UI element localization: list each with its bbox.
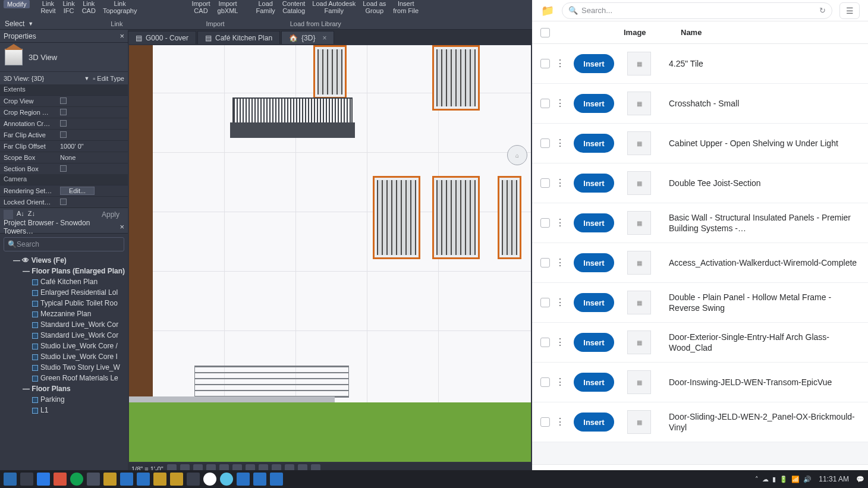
type-selector[interactable]: 3D View xyxy=(0,43,128,71)
row-menu-icon[interactable]: ⋮ xyxy=(555,340,565,345)
row-menu-icon[interactable]: ⋮ xyxy=(555,260,565,265)
volume-icon[interactable]: 🔊 xyxy=(803,476,812,483)
apply-button[interactable]: Apply xyxy=(102,210,119,219)
modify-button[interactable]: Modify xyxy=(0,0,33,8)
insert-button[interactable]: Insert xyxy=(574,174,614,193)
tray-icon[interactable]: ☁ xyxy=(762,476,769,483)
row-checkbox[interactable] xyxy=(540,258,550,267)
taskbar-app[interactable] xyxy=(137,473,150,486)
row-menu-icon[interactable]: ⋮ xyxy=(555,181,565,185)
row-checkbox[interactable] xyxy=(540,338,550,347)
browser-search[interactable]: 🔍 Search xyxy=(4,237,124,251)
taskbar-app[interactable] xyxy=(37,473,50,486)
tree-item[interactable]: Studio Two Story Live_W xyxy=(2,362,128,373)
tab-cafe-kitchen[interactable]: ▤ Café Kitchen Plan xyxy=(197,31,280,44)
content-catalog[interactable]: ContentCatalog xyxy=(279,0,309,14)
row-menu-icon[interactable]: ⋮ xyxy=(555,300,565,305)
tree-item[interactable]: Mezzanine Plan xyxy=(2,308,128,319)
filter-button[interactable]: ☰ xyxy=(839,2,860,19)
taskbar-app[interactable] xyxy=(87,473,100,486)
edit-type-button[interactable]: ▫ Edit Type xyxy=(93,75,124,82)
taskbar-app[interactable] xyxy=(170,473,183,486)
close-icon[interactable]: × xyxy=(119,32,124,40)
link-topography[interactable]: LinkTopography xyxy=(99,0,141,14)
row-checkbox[interactable] xyxy=(540,218,550,228)
insert-button[interactable]: Insert xyxy=(574,54,614,73)
taskbar-app[interactable] xyxy=(270,473,283,486)
link-ifc[interactable]: LinkIFC xyxy=(59,0,78,14)
taskbar-app[interactable] xyxy=(70,473,83,486)
taskbar-app[interactable] xyxy=(203,473,216,486)
insert-button[interactable]: Insert xyxy=(574,253,614,272)
import-gbxml[interactable]: ImportgbXML xyxy=(214,0,242,14)
select-all-checkbox[interactable] xyxy=(540,28,550,37)
tree-item[interactable]: Enlarged Residential Lol xyxy=(2,287,128,298)
far-clip-active-checkbox[interactable] xyxy=(60,131,67,138)
row-checkbox[interactable] xyxy=(540,59,550,68)
insert-button[interactable]: Insert xyxy=(574,134,614,153)
3d-canvas[interactable]: ⌂ xyxy=(129,45,531,462)
project-tree[interactable]: — 👁 Views (Fe) — Floor Plans (Enlarged P… xyxy=(0,255,128,475)
row-menu-icon[interactable]: ⋮ xyxy=(555,61,565,66)
insert-button[interactable]: Insert xyxy=(574,213,614,232)
row-checkbox[interactable] xyxy=(540,99,550,108)
tray-chevron-icon[interactable]: ˄ xyxy=(755,476,759,483)
task-view-icon[interactable] xyxy=(20,473,33,486)
tray-icon[interactable]: 🔋 xyxy=(779,476,788,483)
row-checkbox[interactable] xyxy=(540,298,550,307)
row-menu-icon[interactable]: ⋮ xyxy=(555,221,565,225)
tree-item[interactable]: Studio Live_Work Core I xyxy=(2,351,128,362)
row-menu-icon[interactable]: ⋮ xyxy=(555,420,565,424)
tree-item[interactable]: Green Roof Materials Le xyxy=(2,373,128,383)
clock[interactable]: 11:31 AM xyxy=(819,475,849,483)
row-checkbox[interactable] xyxy=(540,377,550,387)
taskbar-app[interactable] xyxy=(237,473,250,486)
row-checkbox[interactable] xyxy=(540,178,550,188)
insert-button[interactable]: Insert xyxy=(574,373,614,392)
sort-icon[interactable] xyxy=(4,210,13,219)
insert-button[interactable]: Insert xyxy=(574,333,614,352)
load-as-group[interactable]: Load asGroup xyxy=(359,0,389,14)
select-dropdown[interactable]: Select▼ Link Import Load from Library xyxy=(0,18,532,30)
tab-3d[interactable]: 🏠 {3D}× xyxy=(281,31,334,44)
taskbar-app[interactable] xyxy=(220,473,233,486)
start-icon[interactable] xyxy=(4,473,17,486)
far-clip-offset-value[interactable]: 1000' 0" xyxy=(60,143,124,150)
taskbar-app[interactable] xyxy=(187,473,200,486)
taskbar-app[interactable] xyxy=(253,473,266,486)
taskbar-app[interactable] xyxy=(120,473,133,486)
crop-view-checkbox[interactable] xyxy=(60,97,67,104)
link-revit[interactable]: LinkRevit xyxy=(37,0,59,14)
insert-button[interactable]: Insert xyxy=(574,293,614,312)
tree-item[interactable]: Typical Public Toilet Roo xyxy=(2,298,128,308)
close-tab-icon[interactable]: × xyxy=(322,34,326,42)
row-checkbox[interactable] xyxy=(540,138,550,148)
insert-button[interactable]: Insert xyxy=(574,94,614,113)
notifications-icon[interactable]: 💬 xyxy=(856,476,864,483)
load-autodesk-family[interactable]: Load AutodeskFamily xyxy=(309,0,359,14)
insert-from-file[interactable]: Insertfrom File xyxy=(389,0,422,14)
crop-region-checkbox[interactable] xyxy=(60,109,67,115)
taskbar-app[interactable] xyxy=(54,473,67,486)
tree-item[interactable]: Studio Live_Work Core / xyxy=(2,341,128,351)
tray-icon[interactable]: ▮ xyxy=(772,476,776,483)
scope-box-value[interactable]: None xyxy=(60,154,124,161)
tree-item[interactable]: Standard Live_Work Cor xyxy=(2,319,128,330)
row-checkbox[interactable] xyxy=(540,417,550,427)
nav-compass-icon[interactable]: ⌂ xyxy=(507,145,527,165)
locked-orient-checkbox[interactable] xyxy=(60,199,67,205)
load-family[interactable]: LoadFamily xyxy=(252,0,278,14)
history-icon[interactable]: ↻ xyxy=(819,6,826,15)
taskbar-app[interactable] xyxy=(153,473,166,486)
tree-item[interactable]: L1 xyxy=(2,405,128,415)
row-menu-icon[interactable]: ⋮ xyxy=(555,101,565,106)
tab-g000[interactable]: ▤ G000 - Cover xyxy=(128,31,196,44)
taskbar-app[interactable] xyxy=(103,473,117,486)
insert-button[interactable]: Insert xyxy=(574,413,614,432)
tree-item[interactable]: Standard Live_Work Cor xyxy=(2,330,128,341)
import-cad[interactable]: ImportCAD xyxy=(188,0,213,14)
tree-item[interactable]: Café Kitchen Plan xyxy=(2,276,128,287)
link-cad[interactable]: LinkCAD xyxy=(78,0,99,14)
folder-icon[interactable]: 📁 xyxy=(540,4,555,18)
catalog-search[interactable]: 🔍 Search... ↻ xyxy=(562,2,832,19)
